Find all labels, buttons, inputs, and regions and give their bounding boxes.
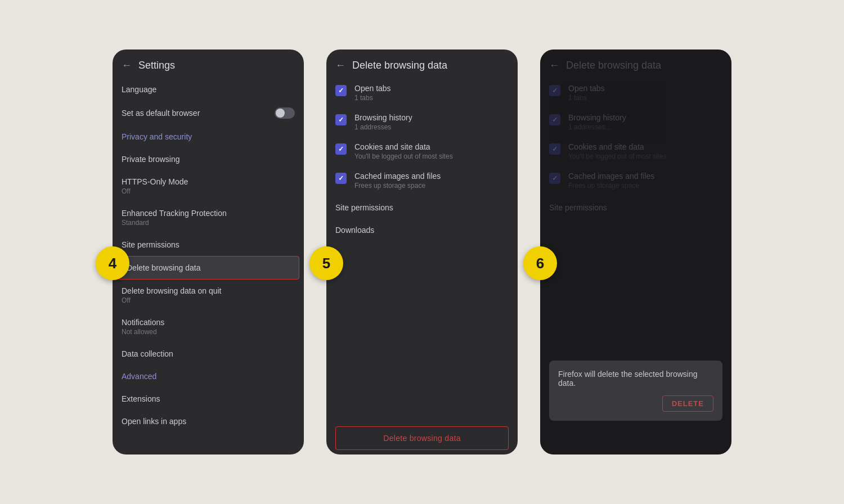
language-item[interactable]: Language [113,78,304,101]
settings-panel: ← Settings Language Set as default brows… [113,50,304,454]
open-tabs-checkbox-item[interactable]: Open tabs 1 tabs [326,78,518,107]
delete-confirm-panel: ← Delete browsing data Open tabs 1 tabs … [540,50,731,454]
dialog-text: Firefox will delete the selected browsin… [558,370,713,388]
browsing-history-label: Browsing history [354,113,412,122]
panel-2-wrapper: 5 ← Delete browsing data Open tabs 1 tab… [326,50,518,454]
cookies-checkbox[interactable] [335,143,347,155]
open-tabs-label: Open tabs [354,84,391,93]
cached-checkbox-item[interactable]: Cached images and files Frees up storage… [326,166,518,195]
delete-browsing-header: ← Delete browsing data [326,50,518,78]
data-collection-label: Data collection [122,349,173,358]
delete-confirm-screen: ← Delete browsing data Open tabs 1 tabs … [540,50,731,454]
open-links-label: Open links in apps [122,417,186,426]
open-tabs-sublabel: 1 tabs [354,94,391,102]
notifications-label: Notifications [122,318,164,327]
browsing-history-checkbox[interactable] [335,114,347,125]
browsing-history-checkbox-item[interactable]: Browsing history 1 addresses [326,107,518,137]
cached-checkbox[interactable] [335,173,347,184]
delete-on-quit-sublabel: Off [122,296,221,304]
delete-browsing-data-button[interactable]: Delete browsing data [335,426,509,450]
site-permissions-plain-label: Site permissions [335,203,393,212]
https-mode-sublabel: Off [122,187,188,195]
cached-label: Cached images and files [354,172,441,181]
settings-title: Settings [138,60,175,71]
cookies-sublabel: You'll be logged out of most sites [354,152,453,160]
dialog-delete-button[interactable]: DELETE [662,395,713,412]
downloads-plain-item[interactable]: Downloads [326,219,518,241]
dialog-overlay: Firefox will delete the selected browsin… [540,50,731,454]
extensions-item[interactable]: Extensions [113,388,304,410]
privacy-security-label: Privacy and security [122,132,192,141]
browsing-history-sublabel: 1 addresses [354,123,412,131]
advanced-item[interactable]: Advanced [113,365,304,388]
delete-browsing-label: Delete browsing data [127,263,201,272]
advanced-label: Advanced [122,372,156,381]
delete-browsing-panel: ← Delete browsing data Open tabs 1 tabs … [326,50,518,454]
private-browsing-item[interactable]: Private browsing [113,148,304,170]
open-tabs-checkbox[interactable] [335,85,347,96]
downloads-plain-label: Downloads [335,226,374,235]
notifications-item[interactable]: Notifications Not allowed [113,311,304,343]
tracking-protection-item[interactable]: Enhanced Tracking Protection Standard [113,202,304,233]
back-arrow-icon[interactable]: ← [122,60,132,71]
delete-on-quit-item[interactable]: Delete browsing data on quit Off [113,280,304,311]
cached-sublabel: Frees up storage space [354,182,441,190]
settings-screen: ← Settings Language Set as default brows… [113,50,304,454]
https-mode-item[interactable]: HTTPS-Only Mode Off [113,170,304,202]
delete-browsing-title: Delete browsing data [352,60,447,71]
step-badge-4: 4 [96,246,129,280]
back-arrow-icon-2[interactable]: ← [335,60,345,71]
extensions-label: Extensions [122,394,160,403]
dialog-actions: DELETE [558,395,713,412]
confirm-dialog: Firefox will delete the selected browsin… [549,361,722,421]
tracking-protection-sublabel: Standard [122,219,227,227]
cookies-label: Cookies and site data [354,142,453,151]
open-links-item[interactable]: Open links in apps [113,410,304,433]
site-permissions-item[interactable]: Site permissions [113,233,304,256]
step-badge-5: 5 [309,246,343,280]
data-collection-item[interactable]: Data collection [113,343,304,365]
notifications-sublabel: Not allowed [122,328,164,336]
panel-3-wrapper: 6 ← Delete browsing data Open tabs 1 tab… [540,50,731,454]
settings-header: ← Settings [113,50,304,78]
step-badge-6: 6 [523,246,557,280]
private-browsing-label: Private browsing [122,155,180,164]
delete-browsing-screen: ← Delete browsing data Open tabs 1 tabs … [326,50,518,454]
cookies-checkbox-item[interactable]: Cookies and site data You'll be logged o… [326,137,518,166]
default-browser-label: Set as default browser [122,109,200,118]
site-permissions-plain-item[interactable]: Site permissions [326,195,518,219]
delete-on-quit-label: Delete browsing data on quit [122,286,221,295]
default-browser-toggle[interactable] [275,107,295,119]
https-mode-label: HTTPS-Only Mode [122,177,188,186]
default-browser-item[interactable]: Set as default browser [113,101,304,125]
site-permissions-label: Site permissions [122,240,179,249]
tracking-protection-label: Enhanced Tracking Protection [122,209,227,218]
language-label: Language [122,85,156,94]
delete-browsing-item[interactable]: Delete browsing data [117,256,299,280]
privacy-security-item[interactable]: Privacy and security [113,125,304,148]
settings-list: Language Set as default browser Privacy … [113,78,304,454]
panel-1-wrapper: 4 ← Settings Language Set as default bro… [113,50,304,454]
